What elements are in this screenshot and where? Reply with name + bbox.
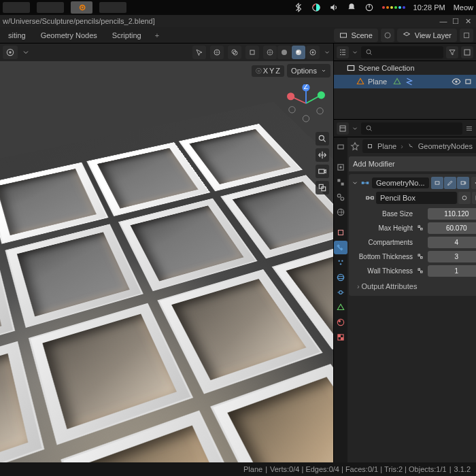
xray-toggle[interactable]: [245, 46, 259, 59]
new-collection-button[interactable]: [461, 46, 473, 58]
input-value[interactable]: 1: [428, 265, 476, 277]
camera-view-button[interactable]: [316, 165, 329, 178]
workspace-tab[interactable]: Scripting: [107, 29, 147, 42]
chevron-down-icon[interactable]: [352, 125, 358, 132]
tab-modifiers[interactable]: [334, 241, 347, 254]
attribute-toggle[interactable]: [415, 224, 425, 233]
chevron-down-icon[interactable]: [22, 48, 30, 56]
shading-options-chevron[interactable]: [324, 49, 330, 56]
taskbar-app[interactable]: [37, 2, 64, 13]
tab-data[interactable]: [334, 301, 347, 314]
users-button[interactable]: [458, 192, 471, 204]
shading-material[interactable]: [292, 46, 305, 59]
editor-type-outliner[interactable]: [337, 46, 349, 58]
tab-world[interactable]: [334, 205, 347, 219]
input-value[interactable]: 110.120: [428, 208, 476, 220]
tab-particles[interactable]: [334, 256, 347, 269]
svg-point-14: [282, 50, 287, 55]
outliner-search[interactable]: [361, 46, 443, 58]
editor-type-properties[interactable]: [337, 122, 349, 135]
selectability-button[interactable]: [192, 46, 206, 59]
attribute-toggle[interactable]: [415, 252, 425, 262]
bell-icon[interactable]: [347, 3, 356, 12]
svg-rect-75: [418, 269, 420, 271]
options-dropdown[interactable]: Options: [287, 64, 330, 78]
tab-render[interactable]: [334, 140, 347, 154]
navigation-gizmo[interactable]: Z: [287, 84, 325, 122]
taskbar-blender[interactable]: [71, 1, 92, 14]
output-attributes-toggle[interactable]: › Output Attributes: [350, 278, 476, 294]
breadcrumb[interactable]: Plane › GeometryNodes: [362, 139, 476, 153]
close-button[interactable]: ✕: [464, 17, 472, 25]
volume-icon[interactable]: [329, 3, 339, 12]
input-value[interactable]: 60.070: [428, 222, 476, 234]
clock[interactable]: 10:28 PM: [413, 3, 445, 12]
bluetooth-icon[interactable]: [294, 3, 303, 12]
options-icon[interactable]: [465, 124, 473, 133]
scene-selector[interactable]: Scene: [334, 29, 378, 42]
input-value[interactable]: 4: [428, 237, 476, 248]
taskbar-app[interactable]: [3, 2, 30, 13]
outliner[interactable]: Scene Collection Plane: [334, 61, 476, 120]
shading-solid[interactable]: [277, 46, 291, 59]
move-view-button[interactable]: [316, 148, 329, 162]
visibility-toggle[interactable]: [452, 77, 461, 86]
outliner-item[interactable]: Plane: [334, 75, 476, 88]
workspace-tab[interactable]: Geometry Nodes: [35, 29, 103, 42]
power-icon[interactable]: [364, 3, 374, 12]
new-layer-button[interactable]: [460, 29, 473, 42]
svg-point-42: [339, 166, 342, 169]
chevron-down-icon[interactable]: [352, 180, 358, 186]
modifier-name[interactable]: GeometryNo...: [372, 177, 429, 188]
tab-material[interactable]: [334, 316, 347, 329]
new-nodegroup-button[interactable]: [472, 192, 476, 204]
svg-rect-76: [421, 271, 423, 273]
3d-viewport[interactable]: ⦾ X Y Z Options Z: [0, 44, 333, 476]
zoom-button[interactable]: [316, 132, 329, 146]
view-layer-selector[interactable]: View Layer: [397, 29, 457, 42]
workspace-switcher[interactable]: [382, 6, 405, 9]
workspace-tab[interactable]: siting: [3, 29, 31, 42]
maximize-button[interactable]: ☐: [452, 17, 460, 25]
svg-point-69: [462, 196, 466, 200]
properties-search[interactable]: [361, 122, 462, 135]
attribute-toggle[interactable]: [415, 209, 425, 219]
new-scene-button[interactable]: [381, 29, 394, 42]
tab-output[interactable]: [334, 160, 347, 174]
chevron-down-icon[interactable]: [352, 49, 358, 56]
svg-point-46: [341, 197, 344, 201]
mod-extras-button[interactable]: [471, 177, 476, 189]
shading-wireframe[interactable]: [263, 46, 277, 59]
gizmo-toggle[interactable]: [210, 46, 224, 59]
overlays-toggle[interactable]: [228, 46, 241, 59]
input-value[interactable]: 3: [428, 251, 476, 262]
perspective-toggle[interactable]: [316, 181, 329, 194]
node-group-name[interactable]: Pencil Box: [376, 192, 457, 204]
tab-texture[interactable]: [334, 330, 347, 344]
minimize-button[interactable]: —: [439, 17, 447, 25]
tab-physics[interactable]: [334, 271, 347, 284]
shading-rendered[interactable]: [306, 46, 320, 59]
tab-object[interactable]: [334, 226, 347, 239]
add-modifier-button[interactable]: Add Modifier: [349, 156, 476, 171]
filter-button[interactable]: [446, 46, 458, 58]
attribute-toggle[interactable]: [415, 267, 425, 276]
attribute-toggle[interactable]: [415, 238, 425, 248]
disable-render-toggle[interactable]: [464, 77, 473, 86]
mod-edit-toggle[interactable]: [444, 177, 456, 189]
svg-rect-62: [435, 182, 439, 184]
axis-lock[interactable]: ⦾ X Y Z: [252, 65, 284, 77]
tab-view-layer[interactable]: [334, 175, 347, 189]
taskbar-app[interactable]: [99, 2, 126, 13]
editor-type-button[interactable]: [3, 46, 18, 59]
tab-constraints[interactable]: [334, 286, 347, 299]
mod-realtime-toggle[interactable]: [431, 177, 443, 189]
tab-scene[interactable]: [334, 190, 347, 204]
pin-icon[interactable]: [350, 141, 360, 151]
scene-icon: [339, 31, 347, 39]
user-menu[interactable]: Meow: [454, 3, 473, 12]
add-workspace-button[interactable]: +: [151, 31, 163, 39]
color-icon[interactable]: [311, 3, 321, 12]
mod-render-toggle[interactable]: [457, 177, 469, 189]
outliner-collection[interactable]: Scene Collection: [334, 61, 476, 75]
